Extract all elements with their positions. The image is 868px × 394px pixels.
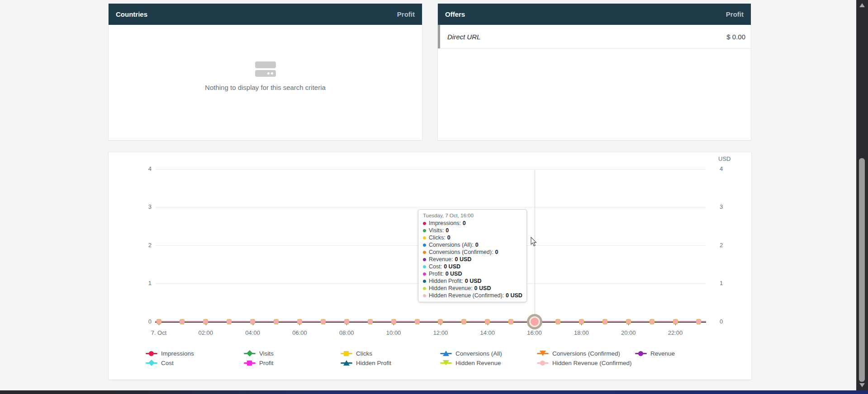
- legend-label: Profit: [259, 360, 274, 366]
- scroll-up-arrow-icon[interactable]: [859, 3, 865, 7]
- empty-state-message: Nothing to display for this search crite…: [205, 84, 326, 91]
- legend-square-icon: [247, 361, 252, 366]
- offers-metric-label: Profit: [726, 10, 744, 18]
- data-point-marker[interactable]: [415, 319, 420, 324]
- bottom-edge-bar: [0, 390, 868, 394]
- legend-item[interactable]: Hidden Revenue: [440, 360, 501, 366]
- x-axis-label: 18:00: [563, 329, 599, 336]
- data-point-marker[interactable]: [368, 319, 373, 324]
- legend-triangle-up-icon: [343, 360, 350, 366]
- tooltip-item-label: Hidden Revenue:: [429, 285, 473, 291]
- y-axis-label-right: 4: [720, 165, 740, 173]
- offers-panel-header: Offers Profit: [438, 4, 751, 25]
- y-axis-label-left: 3: [132, 203, 152, 211]
- legend-item[interactable]: Revenue: [635, 350, 675, 356]
- tooltip-item: Cost:0 USD: [423, 263, 522, 270]
- legend-item[interactable]: Conversions (All): [440, 350, 502, 356]
- legend-circle-icon: [149, 351, 154, 356]
- countries-panel-title: Countries: [116, 10, 147, 18]
- legend-item[interactable]: Profit: [244, 360, 274, 366]
- tooltip-item-value: 0 USD: [465, 278, 482, 284]
- x-axis-label: 08:00: [328, 329, 365, 336]
- tooltip-item-label: Revenue:: [429, 256, 453, 263]
- offer-profit-value: $ 0.00: [726, 33, 745, 41]
- no-data-icon: [255, 61, 276, 77]
- legend-label: Hidden Revenue: [455, 360, 501, 366]
- tooltip-series-bullet-icon: [423, 222, 426, 225]
- page-scrollbar[interactable]: [856, 0, 868, 390]
- offers-panel: Offers Profit Direct URL$ 0.00: [438, 4, 751, 140]
- scrollbar-thumb[interactable]: [859, 158, 865, 382]
- legend-item[interactable]: Hidden Profit: [341, 360, 391, 366]
- data-point-marker[interactable]: [344, 319, 349, 324]
- legend-item[interactable]: Visits: [244, 350, 274, 356]
- y-axis-label-left: 2: [132, 242, 152, 249]
- offer-name: Direct URL: [447, 33, 480, 41]
- data-point-marker[interactable]: [438, 319, 443, 324]
- legend-square-icon: [344, 351, 349, 356]
- data-point-marker[interactable]: [203, 319, 208, 324]
- data-point-marker[interactable]: [180, 319, 185, 324]
- tooltip-item-value: 0 USD: [455, 256, 472, 263]
- legend-marker-icon: [440, 360, 452, 366]
- x-axis-line: [155, 322, 706, 323]
- hovered-point-marker[interactable]: [527, 314, 542, 329]
- legend-item[interactable]: Cost: [146, 360, 174, 366]
- data-point-marker[interactable]: [297, 319, 302, 324]
- tooltip-item-label: Hidden Profit:: [429, 278, 463, 284]
- data-point-marker[interactable]: [650, 319, 655, 324]
- y-gridline: [155, 169, 706, 169]
- data-point-marker[interactable]: [579, 319, 584, 324]
- data-point-marker[interactable]: [250, 319, 255, 324]
- tooltip-series-bullet-icon: [423, 229, 426, 232]
- tooltip-item-label: Conversions (Confirmed):: [429, 249, 493, 255]
- tooltip-item-value: 0 USD: [506, 292, 522, 299]
- tooltip-item: Conversions (All):0: [423, 241, 522, 249]
- y-axis-label-right: 2: [720, 242, 740, 249]
- data-point-marker[interactable]: [274, 319, 279, 324]
- data-point-marker[interactable]: [157, 319, 161, 324]
- profit-chart-panel: USD 44332211007. Oct02:0004:0006:0008:00…: [109, 152, 751, 380]
- legend-item[interactable]: Hidden Revenue (Confirmed): [537, 360, 632, 366]
- offer-table-row[interactable]: Direct URL$ 0.00: [438, 25, 751, 49]
- tooltip-item: Impressions:0: [423, 220, 522, 227]
- legend-marker-icon: [244, 360, 256, 366]
- tooltip-item-value: 0: [475, 242, 479, 248]
- zero-value-series-line: [155, 321, 706, 322]
- legend-item[interactable]: Impressions: [146, 350, 194, 356]
- data-point-marker[interactable]: [321, 319, 326, 324]
- legend-marker-icon: [146, 350, 157, 356]
- data-point-marker[interactable]: [461, 319, 466, 324]
- data-point-marker[interactable]: [602, 319, 607, 324]
- x-axis-label: 02:00: [188, 329, 224, 336]
- tooltip-item-label: Cost:: [429, 263, 442, 270]
- data-point-marker[interactable]: [508, 319, 513, 324]
- legend-label: Clicks: [356, 350, 372, 357]
- tooltip-series-bullet-icon: [423, 236, 426, 239]
- scroll-down-arrow-icon[interactable]: [859, 383, 865, 387]
- x-axis-label: 04:00: [235, 329, 271, 336]
- chart-tooltip: Tuesday, 7 Oct, 16:00 Impressions:0Visit…: [418, 209, 527, 302]
- legend-item[interactable]: Conversions (Confirmed): [537, 350, 620, 356]
- mouse-cursor-icon: [531, 237, 537, 247]
- data-point-marker[interactable]: [696, 319, 701, 324]
- data-point-marker[interactable]: [227, 319, 232, 324]
- legend-label: Visits: [259, 350, 274, 357]
- x-axis-label: 12:00: [422, 329, 459, 336]
- y-axis-label-left: 0: [132, 318, 152, 325]
- x-axis-label: 20:00: [610, 329, 646, 336]
- data-point-marker[interactable]: [673, 319, 678, 324]
- x-axis-label: 14:00: [470, 329, 506, 336]
- tooltip-item: Profit:0 USD: [423, 270, 522, 277]
- data-point-marker[interactable]: [626, 319, 631, 324]
- tooltip-item: Clicks:0: [423, 234, 522, 241]
- data-point-marker[interactable]: [391, 319, 396, 324]
- tooltip-item-label: Clicks:: [429, 235, 446, 241]
- tooltip-item: Revenue:0 USD: [423, 256, 522, 263]
- legend-item[interactable]: Clicks: [341, 350, 372, 356]
- data-point-marker[interactable]: [555, 319, 560, 324]
- data-point-marker[interactable]: [485, 319, 490, 324]
- row-grip-bar: [438, 25, 440, 48]
- y-gridline: [155, 207, 706, 207]
- tooltip-item-value: 0: [495, 249, 498, 255]
